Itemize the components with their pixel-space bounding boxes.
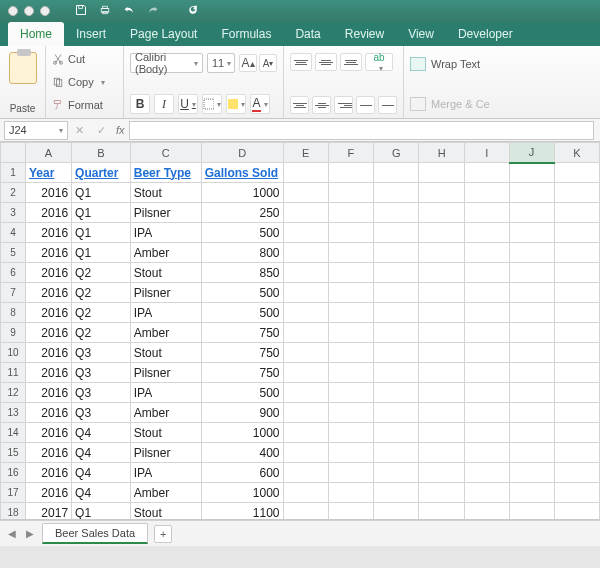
cell[interactable]: [554, 283, 599, 303]
cell[interactable]: [464, 403, 509, 423]
cell[interactable]: [554, 243, 599, 263]
cell[interactable]: [328, 183, 373, 203]
cell[interactable]: [464, 463, 509, 483]
fill-color-button[interactable]: ▾: [226, 94, 246, 114]
cell[interactable]: [419, 483, 464, 503]
cell[interactable]: Q1: [72, 223, 131, 243]
shrink-font-button[interactable]: A▾: [259, 54, 277, 72]
cell[interactable]: 500: [201, 223, 283, 243]
cell[interactable]: [419, 283, 464, 303]
cell[interactable]: [419, 303, 464, 323]
cell[interactable]: IPA: [130, 223, 201, 243]
cell[interactable]: [283, 223, 328, 243]
cell[interactable]: [464, 283, 509, 303]
cell[interactable]: [509, 463, 554, 483]
cell[interactable]: [464, 243, 509, 263]
cell[interactable]: [419, 263, 464, 283]
cell[interactable]: [509, 163, 554, 183]
cell[interactable]: [464, 323, 509, 343]
cell[interactable]: Stout: [130, 263, 201, 283]
tab-review[interactable]: Review: [333, 22, 396, 46]
row-header[interactable]: 6: [1, 263, 26, 283]
cell[interactable]: 400: [201, 443, 283, 463]
align-middle-button[interactable]: [315, 53, 337, 71]
cell[interactable]: [419, 463, 464, 483]
cell[interactable]: 500: [201, 303, 283, 323]
cell[interactable]: 2016: [25, 363, 71, 383]
cut-button[interactable]: Cut: [52, 50, 117, 68]
cell[interactable]: IPA: [130, 383, 201, 403]
cell[interactable]: [509, 323, 554, 343]
cell[interactable]: [509, 183, 554, 203]
cell[interactable]: [419, 443, 464, 463]
cell[interactable]: IPA: [130, 463, 201, 483]
cell[interactable]: [419, 163, 464, 183]
cell[interactable]: [374, 183, 419, 203]
increase-indent-button[interactable]: [378, 96, 397, 114]
cell[interactable]: [374, 383, 419, 403]
cell[interactable]: [374, 443, 419, 463]
sheet-tab-active[interactable]: Beer Sales Data: [42, 523, 148, 544]
cell[interactable]: Amber: [130, 243, 201, 263]
underline-button[interactable]: U▾: [178, 94, 198, 114]
cell[interactable]: 2017: [25, 503, 71, 521]
cell[interactable]: 2016: [25, 323, 71, 343]
row-header[interactable]: 18: [1, 503, 26, 521]
decrease-indent-button[interactable]: [356, 96, 375, 114]
column-header-K[interactable]: K: [554, 143, 599, 163]
cell[interactable]: [283, 503, 328, 521]
font-name-combo[interactable]: Calibri (Body)▾: [130, 53, 203, 73]
cell[interactable]: [328, 343, 373, 363]
cell[interactable]: Beer Type: [130, 163, 201, 183]
cell[interactable]: [509, 443, 554, 463]
cell[interactable]: Amber: [130, 323, 201, 343]
cell[interactable]: Amber: [130, 483, 201, 503]
cell[interactable]: [374, 483, 419, 503]
spreadsheet-grid[interactable]: ABCDEFGHIJK 1YearQuarterBeer TypeGallons…: [0, 142, 600, 520]
cell[interactable]: [554, 383, 599, 403]
font-size-combo[interactable]: 11▾: [207, 53, 235, 73]
column-header-D[interactable]: D: [201, 143, 283, 163]
cell[interactable]: [509, 263, 554, 283]
cell[interactable]: [283, 383, 328, 403]
tab-view[interactable]: View: [396, 22, 446, 46]
cell[interactable]: [509, 243, 554, 263]
cell[interactable]: Q4: [72, 443, 131, 463]
cell[interactable]: 500: [201, 383, 283, 403]
cell[interactable]: 500: [201, 283, 283, 303]
cell[interactable]: [374, 243, 419, 263]
align-top-button[interactable]: [290, 53, 312, 71]
tab-page-layout[interactable]: Page Layout: [118, 22, 209, 46]
cell[interactable]: [554, 423, 599, 443]
cell[interactable]: [374, 343, 419, 363]
window-max-dot[interactable]: [40, 6, 50, 16]
cell[interactable]: [509, 503, 554, 521]
cell[interactable]: [283, 363, 328, 383]
cell[interactable]: [554, 163, 599, 183]
tab-data[interactable]: Data: [283, 22, 332, 46]
cell[interactable]: [328, 363, 373, 383]
cell[interactable]: [509, 423, 554, 443]
cell[interactable]: 2016: [25, 403, 71, 423]
cell[interactable]: 750: [201, 343, 283, 363]
cell[interactable]: 2016: [25, 183, 71, 203]
save-icon[interactable]: [72, 4, 90, 18]
cell[interactable]: [464, 223, 509, 243]
cell[interactable]: [328, 243, 373, 263]
cell[interactable]: 2016: [25, 443, 71, 463]
cell[interactable]: 2016: [25, 423, 71, 443]
cell[interactable]: [328, 163, 373, 183]
cell[interactable]: 1000: [201, 423, 283, 443]
refresh-icon[interactable]: [184, 4, 202, 18]
column-header-C[interactable]: C: [130, 143, 201, 163]
cell[interactable]: Q1: [72, 183, 131, 203]
cell[interactable]: Q3: [72, 383, 131, 403]
cell[interactable]: [509, 483, 554, 503]
cell[interactable]: [374, 263, 419, 283]
sheet-nav-next[interactable]: ▶: [24, 526, 36, 541]
cell[interactable]: Stout: [130, 423, 201, 443]
cell[interactable]: [419, 503, 464, 521]
column-header-B[interactable]: B: [72, 143, 131, 163]
cell[interactable]: [328, 403, 373, 423]
cell[interactable]: [554, 343, 599, 363]
